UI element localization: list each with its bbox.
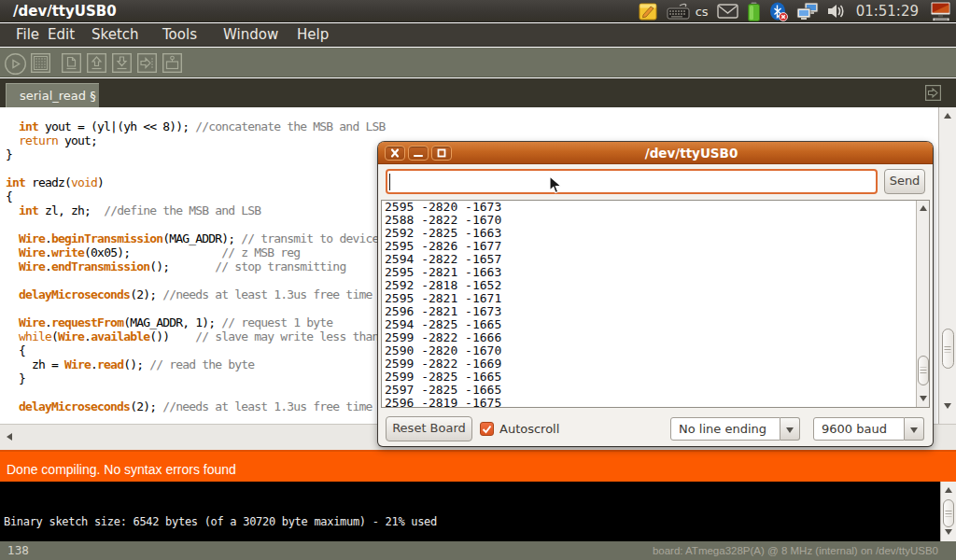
display-icon[interactable]	[930, 1, 952, 21]
tab-serial-read[interactable]: serial_read §	[6, 83, 99, 107]
volume-icon[interactable]	[827, 3, 845, 20]
tab-menu-icon[interactable]	[925, 85, 941, 101]
serial-scroll-up-icon[interactable]	[920, 205, 927, 211]
close-button[interactable]	[385, 146, 405, 161]
bluetooth-icon[interactable]	[769, 2, 788, 21]
console-output: Binary sketch size: 6542 bytes (of a 307…	[0, 482, 940, 541]
serial-output-line: 2595 -2821 -1671	[385, 292, 501, 305]
save-sketch-button[interactable]	[112, 53, 132, 73]
send-button[interactable]: Send	[884, 169, 925, 194]
menu-edit[interactable]: Edit	[48, 26, 75, 43]
stop-button[interactable]	[31, 53, 50, 73]
serial-scrollbar-thumb[interactable]	[918, 356, 929, 385]
scroll-left-arrow-icon[interactable]	[7, 433, 12, 441]
menubar: File Edit Sketch Tools Window Help	[0, 23, 956, 47]
serial-output-line: 2592 -2818 -1652	[385, 279, 501, 292]
scroll-down-arrow-icon[interactable]	[944, 403, 951, 409]
toolbar	[0, 48, 956, 77]
chevron-down-icon	[910, 427, 918, 433]
serial-output-line: 2599 -2825 -1665	[385, 371, 501, 384]
line-ending-select[interactable]: No line ending	[670, 417, 780, 441]
menu-file[interactable]: File	[16, 26, 39, 43]
serial-output-scrollbar[interactable]	[916, 201, 930, 407]
baud-dropdown-button[interactable]	[905, 417, 924, 441]
menu-sketch[interactable]: Sketch	[91, 26, 139, 43]
upload-button[interactable]	[137, 53, 157, 73]
serial-output-line: 2594 -2822 -1657	[385, 253, 501, 266]
keyboard-layout-label[interactable]: cs	[696, 5, 709, 19]
system-tray: cs	[639, 0, 952, 22]
console-scrollbar-thumb[interactable]	[943, 499, 954, 527]
clock[interactable]: 01:51:29	[853, 3, 921, 20]
new-sketch-button[interactable]	[62, 53, 81, 73]
code-line: int yout = (yl|(yh << 8)); //concatenate…	[6, 119, 444, 133]
screen: /dev/ttyUSB0 cs	[0, 0, 956, 560]
notes-icon[interactable]	[639, 2, 658, 21]
serial-input-field[interactable]	[386, 169, 878, 194]
serial-output-line: 2597 -2825 -1665	[385, 384, 501, 397]
menu-window[interactable]: Window	[223, 26, 278, 43]
battery-icon[interactable]	[747, 2, 761, 21]
mail-icon[interactable]	[717, 4, 738, 19]
text-caret	[389, 174, 390, 190]
serial-monitor-window: /dev/ttyUSB0 Send 2595 -2820 -16732588 -…	[378, 142, 933, 446]
autoscroll-label[interactable]: Autoscroll	[499, 422, 559, 436]
compile-message: Done compiling. No syntax errors found	[7, 462, 236, 477]
menu-help[interactable]: Help	[297, 26, 329, 43]
serial-monitor-button[interactable]	[162, 53, 182, 73]
tab-bar: serial_read §	[0, 78, 956, 107]
serial-monitor-controls: Reset Board Autoscroll No line ending 96…	[378, 416, 933, 442]
line-number: 138	[7, 544, 29, 557]
serial-output-lines: 2595 -2820 -16732588 -2822 -16702592 -28…	[385, 201, 501, 408]
minimize-button[interactable]	[408, 146, 429, 161]
scroll-up-arrow-icon[interactable]	[944, 113, 951, 119]
baud-rate-select[interactable]: 9600 baud	[813, 417, 905, 441]
top-panel: /dev/ttyUSB0 cs	[0, 0, 956, 22]
editor-scrollbar-thumb[interactable]	[942, 329, 954, 369]
verify-button[interactable]	[5, 53, 24, 73]
open-sketch-button[interactable]	[87, 53, 106, 73]
console-vertical-scrollbar[interactable]	[940, 482, 956, 541]
serial-monitor-titlebar[interactable]: /dev/ttyUSB0	[378, 142, 933, 164]
serial-output-line: 2599 -2822 -1666	[385, 331, 501, 344]
serial-output-line: 2595 -2820 -1673	[385, 201, 501, 214]
serial-output-line: 2596 -2821 -1673	[385, 305, 501, 318]
menu-tools[interactable]: Tools	[162, 26, 197, 43]
panel-window-title: /dev/ttyUSB0	[13, 3, 117, 20]
maximize-button[interactable]	[431, 146, 452, 161]
console-scroll-down-icon[interactable]	[945, 529, 952, 535]
serial-output-line: 2590 -2820 -1670	[385, 344, 501, 357]
serial-output-area[interactable]: 2595 -2820 -16732588 -2822 -16702592 -28…	[381, 200, 930, 408]
serial-scroll-down-icon[interactable]	[920, 396, 927, 401]
serial-output-line: 2595 -2826 -1677	[385, 240, 501, 253]
reset-board-button[interactable]: Reset Board	[386, 416, 472, 441]
keyboard-icon[interactable]	[667, 2, 691, 21]
serial-output-line: 2594 -2825 -1665	[385, 318, 501, 331]
serial-output-line: 2596 -2819 -1675	[385, 397, 501, 408]
editor-vertical-scrollbar[interactable]	[938, 107, 956, 424]
console-scroll-up-icon[interactable]	[945, 487, 952, 493]
serial-output-line: 2595 -2821 -1663	[385, 266, 501, 279]
serial-output-line: 2588 -2822 -1670	[385, 214, 501, 227]
serial-output-line: 2592 -2825 -1663	[385, 227, 501, 240]
mouse-cursor	[549, 175, 562, 195]
line-ending-dropdown-button[interactable]	[780, 417, 800, 441]
autoscroll-checkbox[interactable]	[480, 422, 494, 436]
status-bar: 138 board: ATmega328P(A) @ 8 MHz (intern…	[0, 541, 956, 560]
compile-status-bar: Done compiling. No syntax errors found	[0, 450, 956, 482]
chevron-down-icon	[786, 427, 794, 433]
network-icon[interactable]	[796, 2, 819, 21]
console-message: Binary sketch size: 6542 bytes (of a 307…	[4, 516, 437, 527]
board-info: board: ATmega328P(A) @ 8 MHz (internal) …	[653, 545, 938, 556]
serial-monitor-title: /dev/ttyUSB0	[457, 146, 925, 161]
serial-output-line: 2599 -2822 -1669	[385, 357, 501, 371]
